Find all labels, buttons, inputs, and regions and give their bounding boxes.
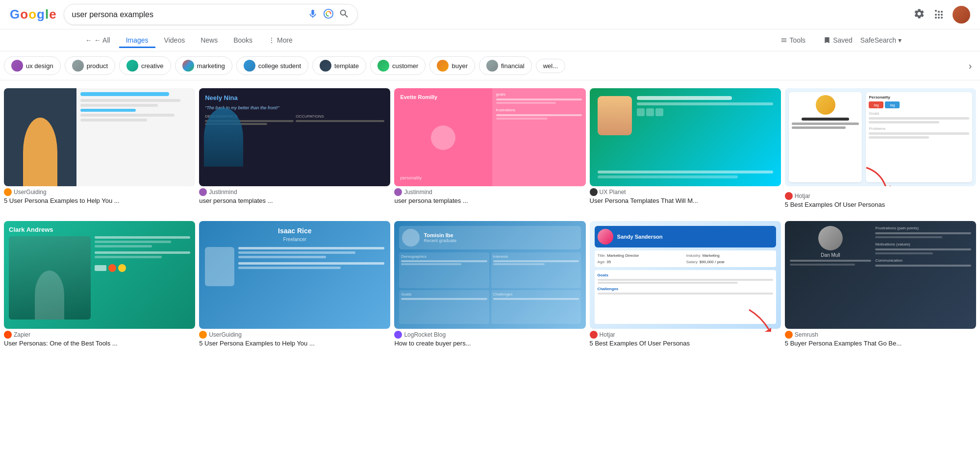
grid-item-1-5[interactable]: Personality tag tag Goals Problems	[785, 88, 976, 209]
google-logo[interactable]: Google	[10, 7, 56, 22]
chip-product[interactable]: product	[65, 56, 115, 75]
tools-icon	[780, 37, 787, 44]
source-title-1-3: user persona templates ...	[394, 197, 585, 205]
source-icon-1-5	[785, 192, 793, 200]
chip-wel[interactable]: wel...	[536, 59, 565, 73]
grid-item-2-5[interactable]: Dan Mull Frustrations (pain points) Moti…	[785, 221, 976, 348]
chip-label-financial: financial	[501, 62, 525, 70]
tab-images[interactable]: Images	[119, 32, 155, 48]
google-lens-icon[interactable]	[323, 8, 334, 21]
chip-financial[interactable]: financial	[479, 56, 532, 75]
chip-thumb-creative	[126, 60, 138, 72]
source-title-2-4: 5 Best Examples Of User Personas	[590, 340, 781, 348]
nav-right-controls: Tools Saved SafeSearch ▾	[780, 36, 902, 44]
tab-more-label: ⋮ More	[268, 36, 293, 44]
filter-chips-bar: ux design product creative marketing col…	[0, 51, 980, 80]
grid-item-1-3[interactable]: Evette Romilly personality goals frustra…	[394, 88, 585, 209]
source-name-1-4: UX Planet	[600, 189, 626, 196]
tools-button[interactable]: Tools	[780, 36, 805, 44]
search-bar	[64, 4, 358, 25]
chip-template[interactable]: template	[312, 56, 366, 75]
chip-thumb-college-student	[244, 60, 255, 72]
source-info-1-3: Justinmind	[394, 188, 585, 196]
tab-all-label: ← All	[94, 36, 110, 44]
grid-item-1-1[interactable]: UserGuiding 5 User Persona Examples to H…	[4, 88, 195, 209]
tab-videos-label: Videos	[164, 36, 185, 44]
chip-label-buyer: buyer	[452, 62, 468, 70]
chip-thumb-template	[320, 60, 331, 72]
grid-image-2-2: Isaac Rice Freelancer	[199, 221, 390, 329]
source-info-1-2: Justinmind	[199, 188, 390, 196]
source-title-1-2: user persona templates ...	[199, 197, 390, 205]
tab-videos[interactable]: Videos	[157, 32, 192, 48]
grid-item-2-3[interactable]: Tomisin Ibe Recent graduate Demographics…	[394, 221, 585, 348]
tab-books[interactable]: Books	[226, 32, 259, 48]
chip-label-creative: creative	[141, 62, 164, 70]
grid-image-2-3: Tomisin Ibe Recent graduate Demographics…	[394, 221, 585, 329]
chip-label-wel: wel...	[543, 62, 558, 70]
source-title-1-1: 5 User Persona Examples to Help You ...	[4, 197, 195, 205]
chip-label-template: template	[334, 62, 359, 70]
chip-college-student[interactable]: college student	[236, 56, 308, 75]
source-title-2-5: 5 Buyer Persona Examples That Go Be...	[785, 340, 976, 348]
source-name-1-3: Justinmind	[404, 189, 432, 196]
grid-image-1-5: Personality tag tag Goals Problems	[785, 88, 976, 186]
grid-item-2-4[interactable]: Sandy Sanderson Title: Marketing Directo…	[590, 221, 781, 348]
tab-all[interactable]: ← ← All	[78, 32, 117, 48]
grid-row-1: UserGuiding 5 User Persona Examples to H…	[4, 88, 976, 209]
source-icon-2-1	[4, 331, 12, 339]
chip-thumb-buyer	[437, 60, 449, 72]
chip-ux-design[interactable]: ux design	[4, 56, 61, 75]
source-info-1-5: Hotjar	[785, 192, 976, 200]
microphone-icon[interactable]	[307, 8, 318, 21]
tab-news[interactable]: News	[194, 32, 225, 48]
nav-tabs-bar: ← ← All Images Videos News Books ⋮ More …	[0, 29, 980, 51]
search-input[interactable]	[72, 10, 303, 19]
chip-buyer[interactable]: buyer	[429, 56, 475, 75]
source-title-2-3: How to create buyer pers...	[394, 340, 585, 348]
tools-label: Tools	[789, 36, 805, 44]
chip-label-marketing: marketing	[197, 62, 225, 70]
chip-thumb-marketing	[182, 60, 194, 72]
saved-label: Saved	[833, 36, 853, 44]
source-info-2-1: Zapier	[4, 331, 195, 339]
chip-label-customer: customer	[392, 62, 418, 70]
chip-label-product: product	[87, 62, 108, 70]
bookmark-icon	[823, 36, 831, 44]
red-arrow-icon	[861, 163, 891, 186]
grid-item-2-2[interactable]: Isaac Rice Freelancer	[199, 221, 390, 348]
user-avatar[interactable]	[953, 6, 970, 24]
source-icon-2-3	[394, 331, 402, 339]
safesearch-chevron-icon: ▾	[898, 36, 902, 44]
chip-customer[interactable]: customer	[370, 56, 426, 75]
chip-label-ux-design: ux design	[26, 62, 53, 70]
settings-icon[interactable]	[913, 8, 925, 21]
chips-next-arrow[interactable]: ›	[960, 51, 980, 80]
svg-point-0	[324, 9, 332, 18]
apps-icon[interactable]	[933, 8, 945, 21]
grid-image-2-4: Sandy Sanderson Title: Marketing Directo…	[590, 221, 781, 329]
tab-news-label: News	[201, 36, 218, 44]
source-icon-1-3	[394, 188, 402, 196]
grid-item-1-4[interactable]: UX Planet User Persona Templates That Wi…	[590, 88, 781, 209]
safesearch-label: SafeSearch	[860, 36, 896, 44]
source-name-2-5: Semrush	[795, 331, 818, 338]
source-icon-2-4	[590, 331, 598, 339]
chip-thumb-financial	[486, 60, 498, 72]
source-name-2-1: Zapier	[14, 331, 30, 338]
tab-more[interactable]: ⋮ More	[261, 32, 300, 48]
source-info-1-1: UserGuiding	[4, 188, 195, 196]
search-button-icon[interactable]	[339, 8, 350, 21]
chip-creative[interactable]: creative	[119, 56, 171, 75]
source-icon-1-4	[590, 188, 598, 196]
tab-books-label: Books	[233, 36, 252, 44]
saved-button[interactable]: Saved	[823, 36, 853, 44]
chip-marketing[interactable]: marketing	[175, 56, 232, 75]
grid-item-2-1[interactable]: Clark Andrews	[4, 221, 195, 348]
search-icons	[307, 8, 350, 21]
grid-item-1-2[interactable]: Neely Nina "The back to my better than t…	[199, 88, 390, 209]
source-name-1-1: UserGuiding	[14, 189, 47, 196]
header-right	[913, 6, 970, 24]
safesearch-button[interactable]: SafeSearch ▾	[860, 36, 902, 44]
grid-image-2-5: Dan Mull Frustrations (pain points) Moti…	[785, 221, 976, 329]
